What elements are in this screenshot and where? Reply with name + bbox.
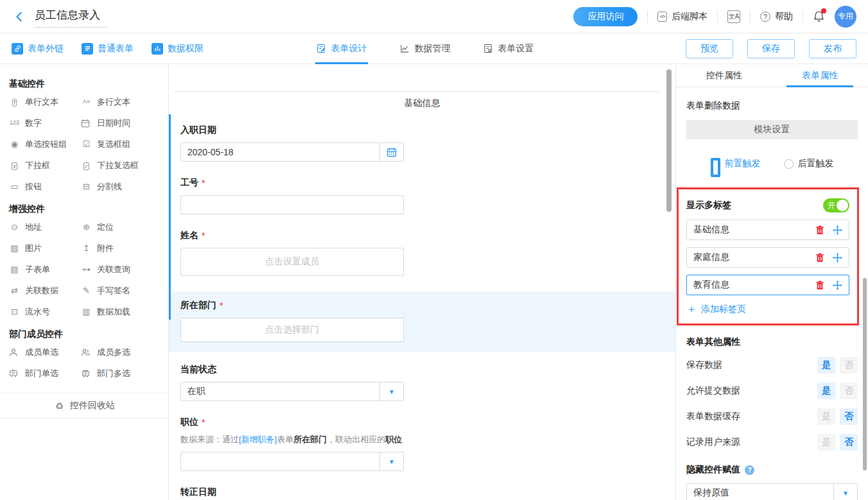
form-design-icon [317, 44, 326, 53]
tab-row-family[interactable]: 家庭信息 [686, 247, 849, 268]
widget-dept-multi[interactable]: 部门多选 [81, 363, 153, 384]
widget-number[interactable]: 123数字 [9, 112, 81, 134]
dropdown-caret-icon[interactable]: ▼ [379, 383, 403, 401]
widget-signature[interactable]: ✎手写签名 [81, 280, 153, 301]
field-regular-date[interactable]: 转正日期 [180, 487, 675, 500]
widget-data-load[interactable]: ▥数据加载 [81, 301, 153, 322]
job-no-input[interactable] [181, 196, 403, 214]
widget-member-multi[interactable]: 成员多选 [81, 341, 153, 363]
member-picker[interactable]: 点击设置成员 [180, 248, 404, 276]
tab-form-design[interactable]: 表单设计 [317, 33, 367, 64]
no-button[interactable]: 否 [840, 383, 858, 399]
tab-form-props[interactable]: 表单属性 [772, 64, 868, 87]
required-mark: * [202, 230, 205, 241]
move-tab-icon[interactable] [833, 280, 842, 290]
code-icon: </> [657, 12, 667, 22]
dropdown-caret-icon[interactable]: ▼ [379, 453, 403, 470]
required-mark: * [220, 300, 223, 311]
avatar[interactable]: 专用 [835, 6, 856, 28]
field-position[interactable]: 职位* 数据来源：通过[新增职务]表单所在部门，联动出相应的职位 ▼ [180, 417, 675, 471]
move-tab-icon[interactable] [833, 253, 842, 263]
tab-widget-props[interactable]: 控件属性 [676, 64, 772, 87]
widget-multi-line-text[interactable]: A≡多行文本 [81, 91, 153, 112]
widget-select[interactable]: ∨下拉框 [9, 155, 81, 176]
other-props-title: 表单其他属性 [686, 336, 858, 348]
tab-row-basic[interactable]: 基础信息 [686, 220, 849, 240]
save-button[interactable]: 保存 [747, 39, 795, 58]
help-button[interactable]: ? 帮助 [760, 11, 793, 22]
tab-data-manage[interactable]: 数据管理 [400, 33, 450, 64]
calendar-icon[interactable] [379, 143, 403, 161]
widget-radio-group[interactable]: ◉单选按钮组 [9, 134, 81, 155]
app-access-button[interactable]: 应用访问 [573, 7, 638, 26]
external-link-button[interactable]: 表单外链 [12, 43, 64, 55]
date-value: 2020-05-18 [181, 143, 379, 161]
widget-divider[interactable]: ⊟分割线 [81, 176, 153, 197]
multi-select-icon: ✓ [81, 161, 92, 170]
yes-button[interactable]: 是 [817, 434, 835, 451]
related-query-icon: ⊶ [81, 265, 92, 273]
move-tab-icon[interactable] [833, 225, 842, 235]
back-button[interactable] [12, 9, 27, 24]
preview-button[interactable]: 预览 [686, 39, 733, 58]
canvas-scrollbar[interactable] [666, 69, 672, 212]
form-link[interactable]: [新增职务] [239, 435, 277, 444]
delete-tab-icon[interactable] [815, 225, 824, 235]
field-job-no[interactable]: 工号* [180, 177, 675, 214]
widget-member-single[interactable]: 成员单选 [9, 341, 81, 363]
widget-locate[interactable]: ⊕定位 [81, 216, 153, 237]
prop-row-save-data: 保存数据 是否 [686, 357, 858, 374]
widget-datetime[interactable]: 日期时间 [81, 112, 153, 134]
page-title[interactable]: 员工信息录入 [35, 6, 107, 28]
multi-line-text-icon: A≡ [81, 99, 92, 105]
field-status[interactable]: 当前状态 在职 ▼ [180, 364, 675, 401]
no-button[interactable]: 否 [840, 408, 858, 425]
yes-button[interactable]: 是 [817, 357, 835, 374]
field-name[interactable]: 姓名* 点击设置成员 [180, 230, 675, 276]
delete-tab-icon[interactable] [815, 253, 824, 263]
multi-tab-toggle[interactable]: 开 [823, 198, 849, 212]
toggle-knob [837, 200, 848, 211]
no-button[interactable]: 否 [840, 357, 858, 374]
form-tab-basic-info[interactable]: 基础信息 [169, 98, 675, 109]
widget-button[interactable]: ▭按钮 [9, 176, 81, 197]
add-tab-button[interactable]: ＋添加标签页 [686, 304, 849, 315]
radio-post-trigger[interactable]: 后置触发 [784, 150, 834, 177]
widget-address[interactable]: ⊙地址 [9, 216, 81, 237]
yes-button[interactable]: 是 [817, 383, 835, 399]
backend-script-button[interactable]: </> 后端脚本 [657, 11, 707, 22]
field-label: 所在部门* [180, 300, 675, 311]
panel-scrollbar[interactable] [863, 278, 867, 470]
radio-pre-trigger[interactable]: 前置触发 [711, 150, 761, 177]
widget-checkbox-group[interactable]: ☑复选框组 [81, 134, 153, 155]
delete-tab-icon[interactable] [815, 280, 824, 290]
field-label: 转正日期 [180, 487, 675, 498]
widget-single-line-text[interactable]: T单行文本 [9, 91, 81, 112]
module-settings-button[interactable]: 模块设置 [686, 120, 858, 139]
plain-form-button[interactable]: 普通表单 [82, 43, 134, 55]
widget-multi-select[interactable]: ✓下拉复选框 [81, 155, 153, 176]
language-icon[interactable]: 文A [727, 10, 740, 23]
signature-icon: ✎ [81, 286, 92, 295]
dept-picker[interactable]: 点击选择部门 [180, 318, 404, 342]
widget-image[interactable]: ▨图片 [9, 237, 81, 259]
publish-button[interactable]: 发布 [809, 39, 856, 58]
notification-bell-icon[interactable] [813, 10, 825, 22]
yes-button[interactable]: 是 [817, 408, 835, 425]
widget-related-data[interactable]: ⇄关联数据 [9, 280, 81, 301]
hidden-assign-select[interactable]: 保持原值 ▼ [686, 483, 858, 500]
tab-form-settings[interactable]: 表单设置 [483, 33, 534, 64]
help-tip-icon[interactable]: ? [745, 465, 754, 475]
widget-related-query[interactable]: ⊶关联查询 [81, 259, 153, 280]
highlight-box: 显示多标签 开 基础信息 家庭信息 教育信息 [677, 187, 859, 325]
widget-serial-number[interactable]: ⊡流水号 [9, 301, 81, 322]
field-dept[interactable]: 所在部门* 点击选择部门 [180, 300, 675, 342]
widget-attachment[interactable]: ↥附件 [81, 237, 153, 259]
widget-recycle-bin[interactable]: ♻ 控件回收站 [0, 393, 169, 418]
widget-subform[interactable]: ▤子表单 [9, 259, 81, 280]
tab-row-education[interactable]: 教育信息 [686, 275, 849, 295]
no-button[interactable]: 否 [840, 434, 858, 451]
data-permission-button[interactable]: 数据权限 [152, 43, 204, 55]
widget-dept-single[interactable]: 部门单选 [9, 363, 81, 384]
field-hire-date[interactable]: 入职日期 2020-05-18 [180, 125, 675, 162]
